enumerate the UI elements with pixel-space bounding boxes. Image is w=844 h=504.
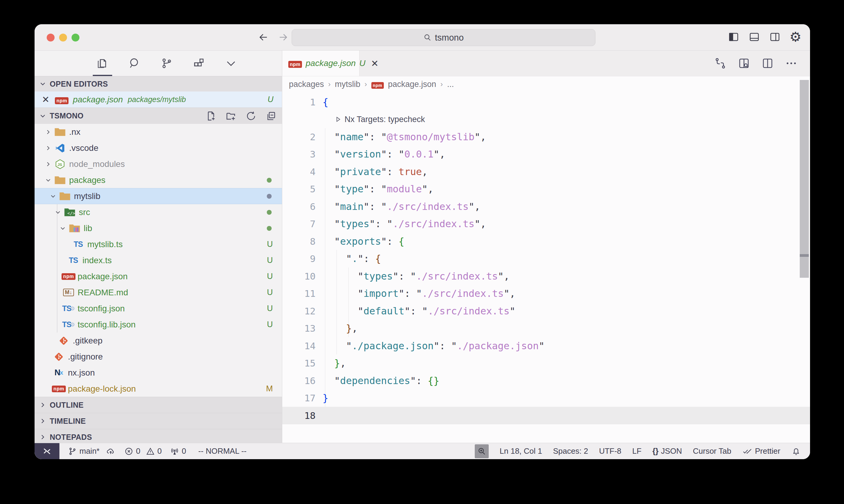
tree-item-label: .gitkeep <box>73 336 102 346</box>
remote-indicator[interactable] <box>35 443 59 459</box>
breadcrumb-item[interactable]: packages <box>289 80 324 89</box>
open-editors-header[interactable]: OPEN EDITORS <box>35 76 282 91</box>
tree-item-src[interactable]: </>src <box>35 204 282 220</box>
chevron-down-icon[interactable] <box>43 177 53 184</box>
code-token: main <box>340 201 363 212</box>
open-preview-icon[interactable] <box>737 57 751 70</box>
code-line-5[interactable]: 5 "type": "module", <box>282 181 810 198</box>
sync-cloud-icon[interactable] <box>105 447 116 456</box>
additional-views-chevron-icon[interactable] <box>223 51 240 76</box>
chevron-right-icon[interactable] <box>43 144 53 152</box>
minimize-window-button[interactable] <box>59 34 67 41</box>
code-line-6[interactable]: 6 "main": "./src/index.ts", <box>282 198 810 215</box>
indentation-status[interactable]: Spaces: 2 <box>553 447 588 456</box>
new-file-icon[interactable] <box>205 110 217 122</box>
notifications-bell-icon[interactable] <box>791 447 801 456</box>
chevron-down-icon[interactable] <box>48 193 58 200</box>
back-arrow-icon[interactable] <box>256 30 271 45</box>
formatter-status[interactable]: Prettier <box>742 447 780 456</box>
code-line-7[interactable]: 7 "types": "./src/index.ts", <box>282 215 810 233</box>
chevron-down-icon[interactable] <box>53 209 63 216</box>
outline-panel-header[interactable]: OUTLINE <box>35 397 282 413</box>
eol-status[interactable]: LF <box>632 447 641 456</box>
tab-package-json[interactable]: npm package.json U ✕ <box>282 51 360 76</box>
tree-item-package-lock.json[interactable]: npmpackage-lock.jsonM <box>35 381 282 397</box>
code-line-1[interactable]: 1 { <box>282 93 810 111</box>
search-view-icon[interactable] <box>126 51 143 76</box>
extensions-view-icon[interactable] <box>190 51 207 76</box>
codelens-row[interactable]: Nx Targets: typecheck <box>282 111 810 128</box>
breadcrumb-item[interactable]: package.json <box>388 80 436 89</box>
breadcrumb-item[interactable]: ... <box>447 80 454 89</box>
tree-item-index.ts[interactable]: TSindex.tsU <box>35 252 282 268</box>
new-folder-icon[interactable] <box>225 110 237 122</box>
code-line-4[interactable]: 4 "private": true, <box>282 163 810 181</box>
code-line-8[interactable]: 8 "exports": { <box>282 233 810 250</box>
code-line-15[interactable]: 15 }, <box>282 355 810 372</box>
chevron-down-icon[interactable] <box>57 225 68 232</box>
tree-item-tsconfig.json[interactable]: TS⚙tsconfig.jsonU <box>35 301 282 317</box>
collapse-all-icon[interactable] <box>265 110 277 122</box>
tree-item-packages[interactable]: packages <box>35 172 282 188</box>
forward-arrow-icon[interactable] <box>276 30 291 45</box>
code-line-2[interactable]: 2 "name": "@tsmono/mytslib", <box>282 128 810 146</box>
workspace-header[interactable]: TSMONO <box>35 108 282 124</box>
code-line-17[interactable]: 17 } <box>282 390 810 407</box>
code-line-16[interactable]: 16 "dependencies": {} <box>282 372 810 390</box>
encoding-status[interactable]: UTF-8 <box>599 447 621 456</box>
chevron-right-icon[interactable] <box>43 128 53 136</box>
tree-item-README.md[interactable]: M↓README.mdU <box>35 284 282 301</box>
tree-item-lib[interactable]: lib <box>35 220 282 236</box>
code-line-10[interactable]: 10 "types": "./src/index.ts", <box>282 267 810 285</box>
problems-status[interactable]: 0 0 <box>124 447 161 456</box>
editor-scrollbar[interactable] <box>800 80 809 278</box>
explorer-view-icon[interactable] <box>94 51 111 76</box>
toggle-primary-sidebar-icon[interactable] <box>727 30 740 44</box>
tree-item-nx.json[interactable]: Nxnx.json <box>35 365 282 381</box>
source-control-view-icon[interactable] <box>158 51 175 76</box>
more-actions-icon[interactable] <box>785 57 798 70</box>
code-line-13[interactable]: 13 }, <box>282 320 810 337</box>
close-editor-icon[interactable]: ✕ <box>42 94 49 105</box>
command-center-search[interactable]: tsmono <box>292 29 596 46</box>
tree-item-node_modules[interactable]: JSnode_modules <box>35 156 282 172</box>
language-mode-status[interactable]: {} JSON <box>652 447 682 456</box>
cursor-tab-status[interactable]: Cursor Tab <box>693 447 731 456</box>
code-line-3[interactable]: 3 "version": "0.0.1", <box>282 146 810 163</box>
ports-status[interactable]: 0 <box>170 447 186 456</box>
vim-mode-status[interactable]: -- NORMAL -- <box>198 447 246 456</box>
zoom-window-button[interactable] <box>71 34 80 41</box>
toggle-panel-icon[interactable] <box>747 30 761 44</box>
close-window-button[interactable] <box>47 34 55 41</box>
cursor-position-status[interactable]: Ln 18, Col 1 <box>500 447 542 456</box>
breadcrumb-item[interactable]: mytslib <box>335 80 360 89</box>
code-line-12[interactable]: 12 "default": "./src/index.ts" <box>282 302 810 320</box>
tree-item-mytslib.ts[interactable]: TSmytslib.tsU <box>35 236 282 252</box>
code-editor[interactable]: 1 { Nx Targets: typecheck2 "name": "@tsm… <box>282 92 810 443</box>
split-editor-icon[interactable] <box>761 57 774 70</box>
code-token: import <box>363 288 399 299</box>
timeline-panel-header[interactable]: TIMELINE <box>35 413 282 429</box>
tree-item-tsconfig.lib.json[interactable]: TS⚙tsconfig.lib.jsonU <box>35 317 282 332</box>
code-line-11[interactable]: 11 "import": "./src/index.ts", <box>282 285 810 303</box>
git-branch-status[interactable]: main* <box>68 447 116 456</box>
code-line-9[interactable]: 9 ".": { <box>282 250 810 268</box>
code-line-14[interactable]: 14 "./package.json": "./package.json" <box>282 337 810 355</box>
tree-item-package.json[interactable]: npmpackage.jsonU <box>35 268 282 284</box>
toggle-secondary-sidebar-icon[interactable] <box>768 30 781 44</box>
settings-gear-icon[interactable]: ⚙ <box>789 30 802 44</box>
vscode-icon <box>53 142 67 154</box>
chevron-right-icon[interactable] <box>43 161 53 168</box>
close-tab-icon[interactable]: ✕ <box>371 58 379 69</box>
tree-item-.gitkeep[interactable]: .gitkeep <box>35 332 282 348</box>
open-changes-icon[interactable] <box>713 57 727 70</box>
code-token: ": <box>381 236 399 247</box>
open-editor-item[interactable]: ✕ npm package.json packages/mytslib U <box>35 91 282 108</box>
tree-item-.vscode[interactable]: .vscode <box>35 140 282 156</box>
tree-item-.nx[interactable]: .nx <box>35 124 282 140</box>
tree-item-mytslib[interactable]: mytslib <box>35 188 282 204</box>
tree-item-.gitignore[interactable]: .gitignore <box>35 348 282 365</box>
screen-magnifier-icon[interactable] <box>475 444 489 458</box>
refresh-icon[interactable] <box>245 110 257 122</box>
code-line-18[interactable]: 18 <box>282 407 810 424</box>
